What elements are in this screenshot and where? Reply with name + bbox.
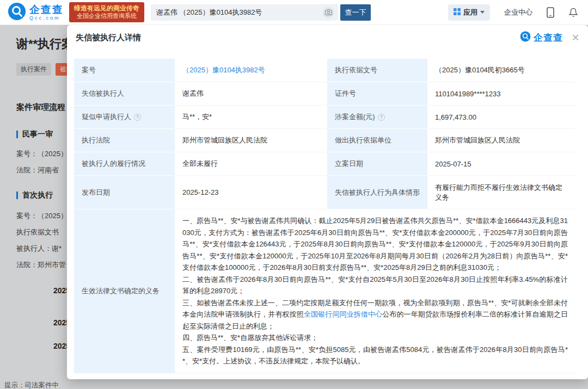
label-text: 立案日期 bbox=[335, 159, 363, 169]
label-execution-court: 执行法院 bbox=[74, 129, 175, 152]
label-dishonest-executee: 失信被执行人 bbox=[74, 82, 175, 106]
case-number-link[interactable]: （2025）豫0104执3982号 bbox=[182, 65, 265, 75]
label-text: 案号 bbox=[82, 65, 96, 75]
chevron-down-icon bbox=[480, 11, 485, 14]
close-icon[interactable]: × bbox=[572, 31, 579, 44]
value-legal-obligation: 一、原告马**、安*与被告谢孟伟共同确认：截止2025年5月29日被告谢孟伟共欠… bbox=[175, 209, 575, 373]
label-text: 证件号 bbox=[335, 89, 356, 98]
paragraph-text: 一、原告马**、安*与被告谢孟伟共同确认：截止2025年5月29日被告谢孟伟共欠… bbox=[182, 217, 568, 271]
modal-title: 失信被执行人详情 bbox=[76, 33, 141, 43]
qcc-logo-icon bbox=[520, 31, 531, 44]
label-basis-doc-number: 执行依据文号 bbox=[327, 59, 427, 82]
label-text: 被执行人的履行情况 bbox=[82, 159, 145, 169]
enterprise-center-link[interactable]: 企业中心 bbox=[504, 8, 532, 17]
label-text: 执行依据文号 bbox=[335, 65, 377, 75]
search-area: 谢孟伟 （2025）豫0104执3982号 查一下 bbox=[151, 4, 371, 21]
label-text: 做出执行依据单位 bbox=[335, 135, 391, 145]
label-text: 生效法律文书确定的义务 bbox=[82, 286, 160, 296]
value-basis-doc-number: （2025）豫0104民初3665号 bbox=[427, 59, 575, 82]
value-dishonest-executee: 谢孟伟 bbox=[175, 82, 327, 106]
qcc-logo-text: 企查查 Qcc.com bbox=[29, 4, 64, 21]
notification-bell-icon[interactable] bbox=[568, 8, 578, 17]
table-row: 疑似申请执行人 ? 马**，安* 涉案金额(元) ? 1,697,473.00 bbox=[74, 106, 575, 129]
label-suspected-applicant: 疑似申请执行人 ? bbox=[74, 106, 175, 129]
modal-brand-logo: 企查查 bbox=[520, 31, 563, 44]
dishonest-executee-detail-modal: 失信被执行人详情 企查查 × 案号 （2025）豫0104执3982号 执行依据… bbox=[67, 25, 588, 379]
label-text: 执行法院 bbox=[82, 135, 110, 145]
slogan-line1: 缔造有远见的商业传奇 bbox=[74, 4, 139, 13]
value-text: 2025-12-23 bbox=[182, 188, 219, 196]
value-text: 马**，安* bbox=[182, 112, 212, 122]
paragraph-text: 四、原告马**、安*自愿放弃其他诉讼请求； bbox=[182, 334, 318, 342]
label-id-number: 证件号 bbox=[327, 82, 427, 106]
label-publish-date: 发布日期 bbox=[74, 176, 175, 209]
paragraph-text: 五、案件受理费10169元，由原告马**、安*负担5085元，由被告谢孟伟508… bbox=[182, 345, 568, 366]
obligation-paragraph: 四、原告马**、安*自愿放弃其他诉讼请求； bbox=[182, 332, 568, 344]
brand-domain: Qcc.com bbox=[29, 16, 64, 21]
detail-table: 案号 （2025）豫0104执3982号 执行依据文号 （2025）豫0104民… bbox=[74, 59, 575, 373]
apps-grid-icon bbox=[454, 8, 461, 17]
brand-name: 企查查 bbox=[29, 4, 64, 15]
label-legal-obligation: 生效法律文书确定的义务 bbox=[74, 209, 175, 373]
slogan-banner: 缔造有远见的商业传奇 全国企业信用查询系统 bbox=[69, 2, 144, 22]
label-text: 失信被执行人行为具体情形 bbox=[335, 188, 420, 197]
value-id-number: 1101041989****1233 bbox=[427, 82, 575, 106]
search-button[interactable]: 查一下 bbox=[340, 4, 371, 21]
label-basis-issuing-unit: 做出执行依据单位 bbox=[327, 129, 427, 152]
value-text: 谢孟伟 bbox=[182, 89, 204, 98]
interbank-lending-center-link[interactable]: 全国银行间同业拆借中心 bbox=[304, 310, 382, 318]
value-text: 全部未履行 bbox=[182, 159, 218, 169]
apps-menu[interactable]: 应用 bbox=[448, 4, 490, 21]
camera-search-icon[interactable] bbox=[323, 7, 334, 18]
paragraph-text: 二、被告谢孟伟于2026年8月30日前向原告马**、安*支付自2025年5月30… bbox=[182, 275, 568, 295]
value-filing-date: 2025-07-15 bbox=[427, 152, 575, 176]
label-performance-status: 被执行人的履行情况 bbox=[74, 152, 175, 176]
mobile-app-icon[interactable] bbox=[547, 7, 554, 18]
value-execution-court: 郑州市管城回族区人民法院 bbox=[175, 129, 327, 152]
help-icon[interactable]: ? bbox=[378, 114, 385, 121]
value-text: （2025）豫0104民初3665号 bbox=[435, 65, 525, 75]
table-row: 发布日期 2025-12-23 失信被执行人行为具体情形 有履行能力而拒不履行生… bbox=[74, 176, 575, 209]
value-text: 郑州市管城回族区人民法院 bbox=[435, 135, 520, 145]
value-case-amount: 1,697,473.00 bbox=[427, 106, 575, 129]
label-text: 涉案金额(元) bbox=[335, 112, 375, 122]
value-text: 1,697,473.00 bbox=[435, 113, 476, 121]
value-dishonest-conduct: 有履行能力而拒不履行生效法律文书确定义务 bbox=[427, 176, 575, 209]
qcc-logo-icon bbox=[8, 2, 26, 23]
qcc-logo[interactable]: 企查查 Qcc.com bbox=[8, 2, 64, 23]
value-text: 有履行能力而拒不履行生效法律文书确定义务 bbox=[435, 183, 568, 202]
table-row: 被执行人的履行情况 全部未履行 立案日期 2025-07-15 bbox=[74, 152, 575, 176]
label-dishonest-conduct: 失信被执行人行为具体情形 bbox=[327, 176, 427, 209]
label-text: 疑似申请执行人 bbox=[82, 112, 131, 122]
screen: 企查查 Qcc.com 缔造有远见的商业传奇 全国企业信用查询系统 谢孟伟 （2… bbox=[0, 0, 588, 389]
label-text: 失信被执行人 bbox=[82, 89, 124, 98]
value-text: 1101041989****1233 bbox=[435, 90, 501, 98]
value-performance-status: 全部未履行 bbox=[175, 152, 327, 176]
table-row: 案号 （2025）豫0104执3982号 执行依据文号 （2025）豫0104民… bbox=[74, 59, 575, 82]
obligation-text: 一、原告马**、安*与被告谢孟伟共同确认：截止2025年5月29日被告谢孟伟共欠… bbox=[182, 215, 568, 367]
value-case-number: （2025）豫0104执3982号 bbox=[175, 59, 327, 82]
label-case-amount: 涉案金额(元) ? bbox=[327, 106, 427, 129]
value-text: 2025-07-15 bbox=[435, 160, 471, 168]
obligation-paragraph: 二、被告谢孟伟于2026年8月30日前向原告马**、安*支付自2025年5月30… bbox=[182, 274, 568, 297]
table-row: 失信被执行人 谢孟伟 证件号 1101041989****1233 bbox=[74, 82, 575, 106]
apps-label: 应用 bbox=[463, 8, 477, 17]
search-input-value[interactable]: 谢孟伟 （2025）豫0104执3982号 bbox=[156, 8, 323, 17]
label-case-number: 案号 bbox=[74, 59, 175, 82]
obligation-paragraph: 一、原告马**、安*与被告谢孟伟共同确认：截止2025年5月29日被告谢孟伟共欠… bbox=[182, 215, 568, 274]
obligation-row: 生效法律文书确定的义务 一、原告马**、安*与被告谢孟伟共同确认：截止2025年… bbox=[74, 209, 575, 373]
label-text: 发布日期 bbox=[82, 188, 110, 197]
top-navbar: 企查查 Qcc.com 缔造有远见的商业传奇 全国企业信用查询系统 谢孟伟 （2… bbox=[0, 0, 588, 25]
value-publish-date: 2025-12-23 bbox=[175, 176, 327, 209]
table-row: 执行法院 郑州市管城回族区人民法院 做出执行依据单位 郑州市管城回族区人民法院 bbox=[74, 129, 575, 152]
modal-header: 失信被执行人详情 企查查 × bbox=[67, 25, 588, 50]
value-basis-issuing-unit: 郑州市管城回族区人民法院 bbox=[427, 129, 575, 152]
search-input[interactable]: 谢孟伟 （2025）豫0104执3982号 bbox=[151, 4, 338, 21]
slogan-line2: 全国企业信用查询系统 bbox=[74, 13, 139, 20]
value-text: 郑州市管城回族区人民法院 bbox=[182, 135, 267, 145]
help-icon[interactable]: ? bbox=[134, 114, 141, 121]
obligation-paragraph: 五、案件受理费10169元，由原告马**、安*负担5085元，由被告谢孟伟508… bbox=[182, 344, 568, 367]
label-filing-date: 立案日期 bbox=[327, 152, 427, 176]
obligation-paragraph: 三、如被告谢孟伟未按上述一、二项约定按期足额支付任何一期款项，视为全部款项到期，… bbox=[182, 297, 568, 332]
value-suspected-applicant: 马**，安* bbox=[175, 106, 327, 129]
